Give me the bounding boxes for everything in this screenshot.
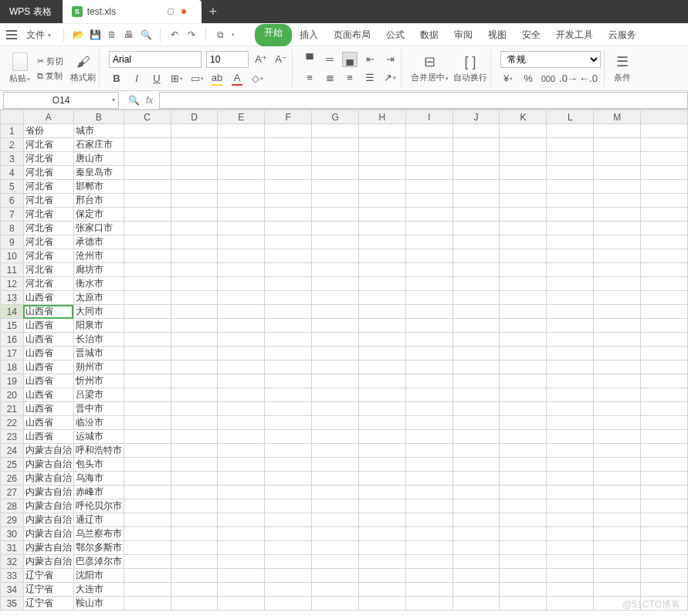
cell[interactable] — [594, 124, 641, 138]
row-header[interactable]: 34 — [1, 583, 24, 597]
cell[interactable] — [594, 402, 641, 416]
cell[interactable] — [265, 333, 312, 347]
cell[interactable] — [405, 458, 452, 472]
cell[interactable] — [500, 388, 547, 402]
cell[interactable] — [171, 124, 218, 138]
cell[interactable] — [218, 222, 265, 235]
cell[interactable] — [359, 444, 406, 458]
cell[interactable] — [452, 388, 500, 402]
merge-icon[interactable]: ⊟ — [422, 53, 439, 70]
cell[interactable] — [500, 374, 547, 388]
row-header[interactable]: 2 — [1, 138, 24, 152]
cell[interactable] — [124, 180, 171, 194]
cell[interactable]: 张家口市 — [73, 222, 124, 235]
cell[interactable]: 大同市 — [73, 305, 124, 319]
copy-button[interactable]: ⧉ 复制 — [35, 69, 65, 83]
col-header-K[interactable]: K — [500, 110, 547, 124]
row-header[interactable]: 29 — [1, 513, 24, 527]
cell[interactable]: 山西省 — [23, 347, 73, 360]
cell[interactable] — [594, 347, 641, 360]
cell[interactable] — [452, 305, 500, 319]
cell[interactable] — [171, 458, 218, 472]
cell[interactable] — [500, 347, 547, 360]
fill-color-button[interactable]: ▭▾ — [189, 71, 205, 86]
cell[interactable]: 内蒙古自治 — [23, 472, 73, 486]
cell[interactable] — [500, 166, 547, 180]
cell[interactable] — [171, 249, 218, 263]
cell[interactable] — [312, 291, 359, 305]
cell[interactable] — [359, 527, 406, 541]
cell[interactable] — [218, 235, 265, 249]
row-header[interactable]: 33 — [1, 569, 24, 583]
cell[interactable]: 吕梁市 — [73, 388, 124, 402]
cell[interactable] — [359, 486, 406, 499]
cell[interactable] — [405, 374, 452, 388]
cell[interactable] — [124, 305, 171, 319]
row-header[interactable]: 23 — [1, 430, 24, 444]
cell[interactable] — [594, 374, 641, 388]
saveas-icon[interactable]: 🗎 — [106, 29, 118, 41]
cell[interactable] — [124, 541, 171, 555]
cell[interactable] — [547, 569, 594, 583]
cell[interactable] — [405, 555, 452, 569]
cell[interactable] — [265, 555, 312, 569]
cell[interactable] — [594, 360, 641, 374]
cell[interactable] — [218, 569, 265, 583]
row-header[interactable]: 9 — [1, 235, 24, 249]
cell[interactable] — [265, 583, 312, 597]
cell[interactable] — [594, 583, 641, 597]
cell[interactable] — [124, 249, 171, 263]
menu-tab-审阅[interactable]: 审阅 — [446, 24, 480, 46]
cell[interactable]: 忻州市 — [73, 374, 124, 388]
cell[interactable] — [452, 194, 500, 208]
font-color-button[interactable]: A — [229, 71, 245, 86]
cell[interactable]: 巴彦淖尔市 — [73, 555, 124, 569]
cell[interactable] — [265, 458, 312, 472]
formula-input[interactable] — [159, 92, 688, 109]
cell[interactable] — [594, 472, 641, 486]
cell[interactable] — [547, 319, 594, 333]
cell[interactable] — [594, 152, 641, 166]
cell[interactable] — [452, 180, 500, 194]
cell[interactable] — [547, 166, 594, 180]
col-header-F[interactable]: F — [265, 110, 312, 124]
cell[interactable]: 内蒙古自治 — [23, 458, 73, 472]
cell[interactable] — [124, 319, 171, 333]
cell[interactable] — [547, 513, 594, 527]
row-header[interactable]: 27 — [1, 486, 24, 499]
cell[interactable] — [500, 124, 547, 138]
cell[interactable] — [218, 166, 265, 180]
document-tab[interactable]: S test.xls — [63, 0, 202, 23]
row-header[interactable]: 14 — [1, 305, 24, 319]
row-header[interactable]: 30 — [1, 527, 24, 541]
cell[interactable] — [359, 305, 406, 319]
cell[interactable] — [312, 235, 359, 249]
cell[interactable] — [547, 222, 594, 235]
cell[interactable]: 阳泉市 — [73, 319, 124, 333]
cell[interactable] — [594, 305, 641, 319]
cell[interactable] — [500, 458, 547, 472]
cell[interactable] — [359, 291, 406, 305]
spreadsheet-grid[interactable]: ABCDEFGHIJKLM 1省份城市2河北省石家庄市3河北省唐山市4河北省秦皇… — [0, 110, 688, 616]
cell[interactable] — [171, 138, 218, 152]
cell[interactable] — [594, 444, 641, 458]
cell[interactable] — [594, 208, 641, 222]
cell[interactable] — [265, 513, 312, 527]
cell[interactable]: 辽宁省 — [23, 583, 73, 597]
cell[interactable] — [500, 416, 547, 430]
cell[interactable] — [452, 124, 500, 138]
cell[interactable]: 晋城市 — [73, 347, 124, 360]
cell[interactable] — [452, 333, 500, 347]
copy-icon[interactable]: ⧉ — [214, 29, 226, 41]
cell[interactable]: 乌海市 — [73, 472, 124, 486]
cell[interactable] — [265, 180, 312, 194]
cell[interactable]: 河北省 — [23, 263, 73, 277]
cell[interactable] — [594, 291, 641, 305]
cell[interactable]: 朔州市 — [73, 360, 124, 374]
cell[interactable] — [265, 235, 312, 249]
cell[interactable] — [265, 277, 312, 291]
cell[interactable] — [312, 360, 359, 374]
row-header[interactable]: 16 — [1, 333, 24, 347]
cell[interactable] — [218, 499, 265, 513]
cell[interactable] — [405, 222, 452, 235]
